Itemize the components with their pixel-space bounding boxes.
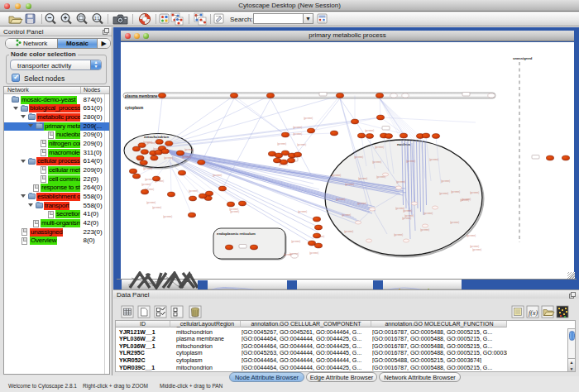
svg-text:(go:nnnn): (go:nnnn) — [213, 174, 222, 177]
svg-text:(go:nnnn): (go:nnnn) — [472, 248, 481, 251]
svg-text:(go:nnnn): (go:nnnn) — [304, 117, 313, 120]
svg-text:(go:nnnn): (go:nnnn) — [141, 183, 151, 186]
svg-text:(go:nnnn): (go:nnnn) — [365, 129, 374, 132]
svg-text:(go:nnnn): (go:nnnn) — [146, 141, 156, 145]
svg-text:(go:nnnn): (go:nnnn) — [394, 233, 403, 237]
svg-text:plasma membrane: plasma membrane — [125, 94, 158, 98]
svg-text:f(x): f(x) — [529, 309, 538, 317]
svg-text:(go:nnnn): (go:nnnn) — [450, 221, 459, 224]
svg-text:(go:nnnn): (go:nnnn) — [298, 210, 307, 213]
svg-text:(go:nnnn): (go:nnnn) — [146, 201, 156, 204]
svg-text:(go:nnnn): (go:nnnn) — [402, 217, 411, 220]
svg-text:(go:nnnn): (go:nnnn) — [357, 202, 366, 205]
svg-text:(go:nnnn): (go:nnnn) — [423, 212, 433, 215]
svg-text:(go:nnnn): (go:nnnn) — [344, 230, 353, 233]
svg-text:(go:nnnn): (go:nnnn) — [354, 155, 363, 159]
svg-text:(go:nnnn): (go:nnnn) — [429, 158, 438, 161]
svg-text:(go:nnnn): (go:nnnn) — [152, 206, 161, 209]
svg-text:(go:nnnn): (go:nnnn) — [164, 156, 173, 160]
svg-text:(go:nnnn): (go:nnnn) — [189, 189, 198, 193]
svg-text:(go:nnnn): (go:nnnn) — [441, 179, 450, 183]
svg-text:(go:nnnn): (go:nnnn) — [470, 245, 479, 248]
svg-text:endoplasmic reticulum: endoplasmic reticulum — [217, 232, 256, 236]
svg-text:nucleus: nucleus — [397, 142, 411, 146]
svg-text:(go:nnnn): (go:nnnn) — [143, 167, 152, 170]
svg-text:(go:nnnn): (go:nnnn) — [406, 160, 415, 163]
svg-text:(go:nnnn): (go:nnnn) — [332, 174, 341, 177]
svg-text:(go:nnnn): (go:nnnn) — [403, 209, 412, 213]
svg-text:(go:nnnn): (go:nnnn) — [439, 192, 448, 195]
svg-text:(go:nnnn): (go:nnnn) — [460, 198, 469, 202]
svg-text:(go:nnnn): (go:nnnn) — [336, 198, 345, 201]
svg-text:(go:nnnn): (go:nnnn) — [396, 180, 405, 184]
svg-text:(go:nnnn): (go:nnnn) — [375, 146, 384, 149]
svg-text:mitochondrion: mitochondrion — [144, 135, 169, 139]
svg-text:(go:nnnn): (go:nnnn) — [358, 177, 367, 180]
svg-text:(go:nnnn): (go:nnnn) — [309, 251, 318, 255]
svg-text:(go:nnnn): (go:nnnn) — [230, 210, 239, 213]
svg-text:(go:nnnn): (go:nnnn) — [372, 160, 381, 164]
svg-text:(go:nnnn): (go:nnnn) — [163, 215, 172, 218]
svg-text:(go:nnnn): (go:nnnn) — [184, 148, 194, 151]
svg-text:(go:nnnn): (go:nnnn) — [293, 126, 302, 129]
svg-text:unassigned: unassigned — [513, 56, 533, 60]
svg-text:(go:nnnn): (go:nnnn) — [277, 142, 286, 146]
svg-text:(go:nnnn): (go:nnnn) — [342, 213, 351, 217]
svg-text:1:1: 1:1 — [94, 17, 100, 21]
svg-text:(go:nnnn): (go:nnnn) — [451, 190, 460, 194]
svg-text:(go:nnnn): (go:nnnn) — [293, 132, 302, 136]
svg-text:(go:nnnn): (go:nnnn) — [470, 191, 479, 194]
svg-text:(go:nnnn): (go:nnnn) — [420, 228, 429, 232]
svg-text:(go:nnnn): (go:nnnn) — [291, 240, 300, 243]
svg-text:(go:nnnn): (go:nnnn) — [345, 183, 354, 186]
svg-text:cytoplasm: cytoplasm — [125, 106, 143, 110]
svg-text:(go:nnnn): (go:nnnn) — [182, 155, 191, 159]
svg-text:(go:nnnn): (go:nnnn) — [467, 234, 476, 237]
svg-text:(go:nnnn): (go:nnnn) — [297, 143, 306, 146]
